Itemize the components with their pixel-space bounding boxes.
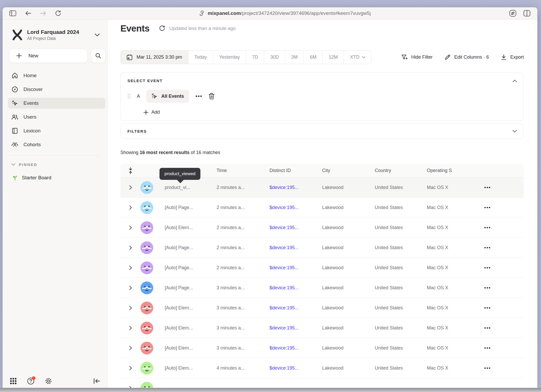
range-yesterday[interactable]: Yesterday bbox=[213, 51, 246, 64]
row-expander-icon[interactable] bbox=[120, 246, 140, 250]
sidebar-item-home[interactable]: Home bbox=[8, 70, 105, 81]
table-row[interactable]: [Auto] Page... 3 minutes a... $device:19… bbox=[120, 278, 524, 298]
new-button[interactable]: New bbox=[9, 49, 88, 63]
sidebar-item-discover[interactable]: Discover bbox=[8, 84, 105, 95]
date-picker-button[interactable]: Mar 11, 2025 3:30 pm bbox=[121, 51, 188, 64]
column-header-distinct-id[interactable]: Distinct ID bbox=[269, 168, 322, 173]
table-row[interactable]: [Auto] Elem... 3 minutes a... $device:19… bbox=[120, 318, 524, 338]
settings-gear-icon[interactable] bbox=[45, 377, 52, 385]
table-row[interactable]: [Auto] Elem... 4 minutes a... $device:19… bbox=[120, 358, 524, 378]
sidebar-item-starter-board[interactable]: Starter Board bbox=[3, 167, 107, 181]
row-menu-button[interactable]: ••• bbox=[484, 345, 524, 351]
event-more-button[interactable]: ••• bbox=[195, 93, 202, 99]
plus-icon bbox=[144, 110, 148, 115]
seedling-icon bbox=[12, 175, 18, 181]
row-menu-button[interactable]: ••• bbox=[484, 265, 524, 271]
refresh-icon[interactable] bbox=[159, 25, 165, 32]
add-event-button[interactable]: Add bbox=[144, 109, 517, 115]
range-xtd[interactable]: XTD bbox=[344, 51, 371, 64]
row-expander-icon[interactable] bbox=[120, 346, 140, 350]
help-button[interactable] bbox=[27, 377, 34, 385]
row-menu-button[interactable]: ••• bbox=[484, 185, 524, 190]
range-6m[interactable]: 6M bbox=[304, 51, 322, 64]
cell-distinct-id[interactable]: $device:195... bbox=[269, 265, 322, 271]
chevron-up-icon[interactable] bbox=[513, 79, 517, 82]
sidebar-item-cohorts[interactable]: Cohorts bbox=[8, 139, 105, 150]
row-expander-icon[interactable] bbox=[120, 225, 140, 230]
row-expander-icon[interactable] bbox=[120, 205, 140, 210]
range-12m[interactable]: 12M bbox=[322, 51, 344, 64]
apps-grid-icon[interactable] bbox=[10, 378, 17, 384]
row-menu-button[interactable]: ••• bbox=[484, 305, 524, 311]
sidebar-item-events[interactable]: Events bbox=[8, 98, 105, 109]
collapse-rows-icon[interactable] bbox=[120, 167, 140, 174]
split-view-icon[interactable] bbox=[523, 10, 531, 17]
chevron-down-icon[interactable] bbox=[513, 130, 517, 133]
table-row[interactable]: [Auto] Elem... 2 minutes a... $device:19… bbox=[120, 218, 524, 238]
row-expander-icon[interactable] bbox=[120, 266, 140, 270]
column-header-country[interactable]: Country bbox=[375, 168, 427, 173]
sidebar-item-users[interactable]: Users bbox=[8, 112, 105, 123]
cell-distinct-id[interactable]: $device:195... bbox=[269, 345, 322, 351]
cell-country: United States bbox=[375, 325, 427, 331]
cell-city: Lakewood bbox=[322, 265, 375, 271]
collapse-sidebar-icon[interactable] bbox=[93, 378, 100, 384]
range-today[interactable]: Today bbox=[188, 51, 213, 64]
range-3m[interactable]: 3M bbox=[285, 51, 304, 64]
row-menu-button[interactable]: ••• bbox=[484, 225, 524, 230]
export-button[interactable]: Export bbox=[501, 54, 524, 60]
cell-distinct-id[interactable]: $device:195... bbox=[269, 325, 322, 331]
table-row[interactable]: [Auto] Page... 2 minutes a... $device:19… bbox=[120, 238, 524, 258]
cell-distinct-id[interactable]: $device:195... bbox=[269, 225, 322, 230]
row-menu-button[interactable]: ••• bbox=[484, 365, 524, 371]
cell-distinct-id[interactable]: $device:195... bbox=[269, 285, 322, 291]
back-button[interactable] bbox=[25, 11, 31, 16]
column-header-time[interactable]: Time bbox=[217, 168, 269, 173]
column-header-city[interactable]: City bbox=[322, 168, 375, 173]
event-selector-chip[interactable]: All Events bbox=[146, 90, 189, 103]
trash-icon[interactable] bbox=[209, 93, 214, 99]
date-range-value: Mar 11, 2025 3:30 pm bbox=[137, 54, 182, 60]
row-expander-icon[interactable] bbox=[120, 306, 140, 310]
table-row[interactable] bbox=[120, 378, 524, 388]
row-menu-button[interactable]: ••• bbox=[484, 205, 524, 210]
range-7d[interactable]: 7D bbox=[246, 51, 264, 64]
cell-distinct-id[interactable]: $device:195... bbox=[269, 205, 322, 210]
table-row[interactable]: [Auto] Elem... 3 minutes a... $device:19… bbox=[120, 298, 524, 318]
browser-settings-icon[interactable] bbox=[509, 10, 517, 17]
cell-country: United States bbox=[375, 265, 427, 271]
row-menu-button[interactable]: ••• bbox=[484, 285, 524, 291]
cell-distinct-id[interactable]: $device:195... bbox=[269, 245, 322, 250]
forward-button[interactable] bbox=[40, 11, 46, 16]
cell-event-name: [Auto] Page... bbox=[165, 205, 217, 210]
row-expander-icon[interactable] bbox=[120, 185, 140, 190]
address-bar[interactable]: mixpanel.com/project/3472420/view/397469… bbox=[61, 10, 509, 16]
table-row[interactable]: [Auto] Page... 2 minutes a... $device:19… bbox=[120, 258, 524, 278]
row-menu-button[interactable]: ••• bbox=[484, 245, 524, 250]
plus-icon bbox=[16, 53, 22, 58]
project-switcher[interactable]: Lord Farquaad 2024 All Project Data bbox=[3, 20, 107, 41]
filters-panel: FILTERS bbox=[120, 124, 524, 139]
row-expander-icon[interactable] bbox=[120, 286, 140, 290]
cell-distinct-id[interactable]: $device:195... bbox=[269, 365, 322, 371]
reload-button[interactable] bbox=[55, 10, 61, 16]
table-row[interactable]: [Auto] Elem... 3 minutes a... $device:19… bbox=[120, 338, 524, 358]
drag-handle-icon[interactable] bbox=[127, 94, 131, 99]
cell-os: Mac OS X bbox=[427, 285, 484, 291]
row-menu-button[interactable]: ••• bbox=[484, 325, 524, 331]
hide-filter-button[interactable]: Hide Filter bbox=[401, 54, 433, 60]
pinned-section-header[interactable]: PINNED bbox=[3, 156, 107, 167]
table-row[interactable]: [Auto] Page... 2 minutes a... $device:19… bbox=[120, 198, 524, 218]
page-title: Events bbox=[120, 23, 150, 34]
range-30d[interactable]: 30D bbox=[264, 51, 285, 64]
sidebar-toggle-icon[interactable] bbox=[9, 10, 16, 16]
cell-event-name: [Auto] Elem... bbox=[165, 365, 217, 371]
row-expander-icon[interactable] bbox=[120, 326, 140, 330]
row-expander-icon[interactable] bbox=[120, 366, 140, 370]
sidebar-item-lexicon[interactable]: Lexicon bbox=[8, 125, 105, 136]
search-button[interactable] bbox=[91, 49, 105, 63]
cell-distinct-id[interactable]: $device:195... bbox=[269, 305, 322, 311]
cell-distinct-id[interactable]: $device:195... bbox=[269, 185, 322, 190]
column-header-os[interactable]: Operating S bbox=[427, 168, 484, 173]
edit-columns-button[interactable]: Edit Columns · 6 bbox=[445, 54, 489, 60]
